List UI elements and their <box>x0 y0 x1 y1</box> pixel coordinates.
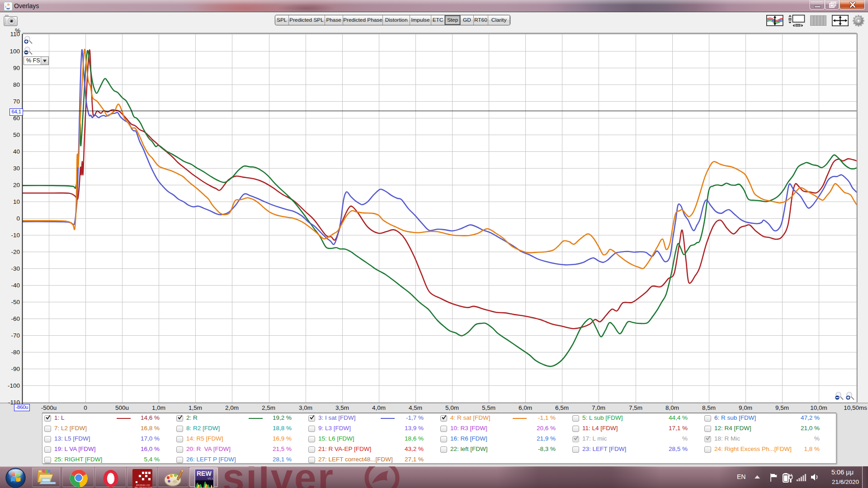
svg-text:REC PRODUCTION: REC PRODUCTION <box>135 486 152 488</box>
svg-text:REW: REW <box>197 470 212 477</box>
svg-text:V5.1: V5.1 <box>208 477 213 480</box>
